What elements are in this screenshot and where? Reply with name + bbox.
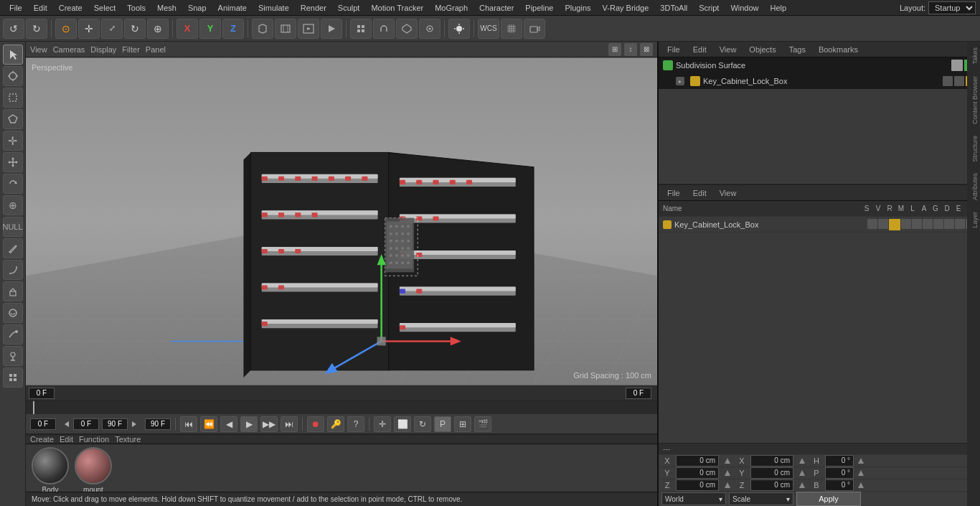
render-key-button[interactable]: 🎬 xyxy=(474,416,491,432)
pos-key-button[interactable]: P xyxy=(434,416,451,432)
menu-script[interactable]: Script xyxy=(694,2,724,14)
layout-select[interactable]: Startup xyxy=(928,1,976,14)
next-frame-button[interactable]: ▶▶ xyxy=(260,416,278,432)
render-view-button[interactable] xyxy=(298,19,319,39)
current-frame-input[interactable] xyxy=(626,388,651,399)
viewport-menu-cameras[interactable]: Cameras xyxy=(53,45,85,54)
redo-button[interactable]: ↻ xyxy=(26,19,47,39)
dot-button[interactable] xyxy=(419,19,440,39)
light-button[interactable] xyxy=(448,19,470,39)
menu-snap[interactable]: Snap xyxy=(183,2,212,14)
menu-help[interactable]: Help xyxy=(765,2,792,14)
step-back-button[interactable]: ⏪ xyxy=(200,416,217,432)
snap-button[interactable] xyxy=(350,19,372,39)
paint-tool[interactable] xyxy=(3,303,23,323)
menu-select[interactable]: Select xyxy=(89,2,121,14)
coord-b-stepper[interactable] xyxy=(857,479,865,491)
live-select-tool[interactable] xyxy=(3,66,23,86)
menu-file[interactable]: File xyxy=(4,2,27,14)
menu-mesh[interactable]: Mesh xyxy=(152,2,182,14)
menu-edit[interactable]: Edit xyxy=(29,2,52,14)
frame-end-input1[interactable] xyxy=(73,418,99,430)
frame-end-input3[interactable] xyxy=(145,418,171,430)
rotate-key-button[interactable]: ↻ xyxy=(414,416,431,432)
attr-tab-file[interactable]: File xyxy=(663,187,684,199)
coord-p-val[interactable] xyxy=(825,467,854,479)
attr-icon-2[interactable] xyxy=(878,219,888,229)
select-tool[interactable] xyxy=(3,44,23,65)
timeline-bar[interactable] xyxy=(26,401,657,414)
subdiv-check-1[interactable] xyxy=(951,60,963,71)
obj-row-cabinet[interactable]: ▸ Key_Cabinet_Lock_Box xyxy=(659,73,980,89)
coord-system-button[interactable]: WCS xyxy=(478,19,499,39)
apply-button[interactable]: Apply xyxy=(796,492,861,506)
sculpt-tool[interactable] xyxy=(3,324,23,345)
start-frame-input[interactable] xyxy=(29,388,55,399)
weight-tool[interactable] xyxy=(3,346,23,366)
menu-sculpt[interactable]: Sculpt xyxy=(333,2,365,14)
menu-plugins[interactable]: Plugins xyxy=(560,2,595,14)
menu-simulate[interactable]: Simulate xyxy=(253,2,294,14)
vtab-structure[interactable]: Structure xyxy=(967,130,980,168)
frame-start-input[interactable] xyxy=(30,418,56,430)
om-tab-view[interactable]: View xyxy=(715,44,741,55)
menu-motion-tracker[interactable]: Motion Tracker xyxy=(366,2,428,14)
viewport-menu-filter[interactable]: Filter xyxy=(122,45,139,54)
rect-select-tool[interactable] xyxy=(3,88,23,108)
vtab-takes[interactable]: Takes xyxy=(967,42,980,70)
menu-mograph[interactable]: MoGraph xyxy=(430,2,473,14)
bevel-tool[interactable] xyxy=(3,260,23,280)
polygon-button[interactable] xyxy=(396,19,418,39)
coord-x-pos[interactable] xyxy=(676,455,719,467)
move-tool-button[interactable]: ✛ xyxy=(78,19,100,39)
coord-y-rot[interactable] xyxy=(750,467,793,479)
attr-tab-edit[interactable]: Edit xyxy=(689,187,711,199)
snap-tool-side[interactable] xyxy=(3,367,23,388)
poly-select-tool[interactable] xyxy=(3,109,23,129)
vtab-content-browser[interactable]: Content Browser xyxy=(967,70,980,130)
goto-end-button[interactable]: ⏭ xyxy=(281,416,298,432)
attr-row-cabinet[interactable]: Key_Cabinet_Lock_Box xyxy=(659,217,980,233)
coord-h-stepper[interactable] xyxy=(857,455,865,467)
mat-function[interactable]: Function xyxy=(79,435,109,444)
menu-animate[interactable]: Animate xyxy=(213,2,252,14)
menu-vray[interactable]: V-Ray Bridge xyxy=(598,2,654,14)
om-tab-objects[interactable]: Objects xyxy=(745,44,780,55)
om-tab-edit[interactable]: Edit xyxy=(689,44,711,55)
coord-h-val[interactable] xyxy=(825,455,854,467)
cabinet-expand-icon[interactable]: ▸ xyxy=(676,77,684,85)
attr-icon-3[interactable] xyxy=(889,219,900,230)
coord-z-pos[interactable] xyxy=(676,479,719,491)
scale-tool-button[interactable]: ⤢ xyxy=(101,19,123,39)
attr-tab-view[interactable]: View xyxy=(715,187,741,199)
menu-character[interactable]: Character xyxy=(474,2,519,14)
scale-selector[interactable]: Scale ▾ xyxy=(729,492,793,505)
record-button[interactable]: ⏺ xyxy=(307,416,324,432)
camera-button[interactable] xyxy=(524,19,545,39)
transform-tool-button[interactable]: ⊕ xyxy=(147,19,169,39)
y-axis-button[interactable]: Y xyxy=(199,19,221,39)
mat-edit[interactable]: Edit xyxy=(60,435,73,444)
undo-button[interactable]: ↺ xyxy=(3,19,24,39)
attr-icon-9[interactable] xyxy=(955,219,965,229)
scale-tool-side[interactable] xyxy=(3,152,23,172)
auto-key-button[interactable]: 🔑 xyxy=(327,416,344,432)
key-mode-button[interactable]: ? xyxy=(347,416,364,432)
obj-row-subdivision[interactable]: Subdivision Surface ✓ xyxy=(659,57,980,73)
menu-3dtoall[interactable]: 3DToAll xyxy=(655,2,692,14)
x-axis-button[interactable]: X xyxy=(176,19,198,39)
attr-icon-6[interactable] xyxy=(923,219,933,229)
attr-icon-8[interactable] xyxy=(944,219,954,229)
viewport-menu-panel[interactable]: Panel xyxy=(146,45,166,54)
om-tab-tags[interactable]: Tags xyxy=(785,44,810,55)
world-selector[interactable]: World ▾ xyxy=(661,492,726,505)
goto-start-button[interactable]: ⏮ xyxy=(180,416,197,432)
menu-window[interactable]: Window xyxy=(725,2,763,14)
attr-icon-4[interactable] xyxy=(901,219,911,229)
render-region-button[interactable] xyxy=(275,19,296,39)
cabinet-act-2[interactable] xyxy=(954,76,964,86)
om-tab-file[interactable]: File xyxy=(663,44,684,55)
material-mount[interactable]: mount xyxy=(75,447,112,494)
body-swatch[interactable] xyxy=(32,447,69,484)
menu-create[interactable]: Create xyxy=(54,2,88,14)
